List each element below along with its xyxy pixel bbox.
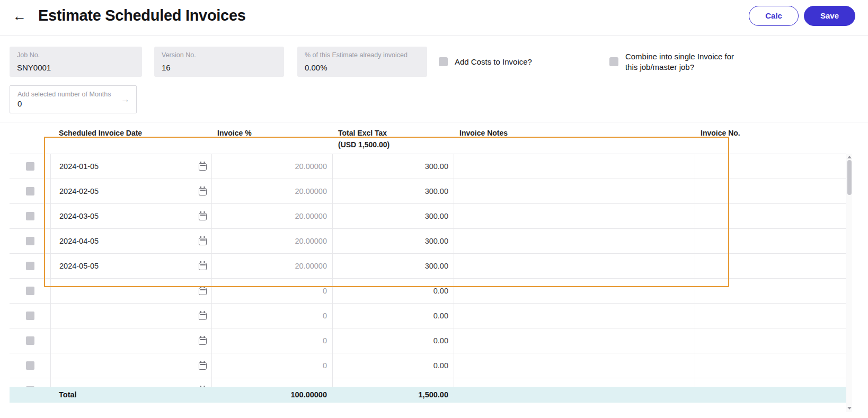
calendar-icon[interactable] bbox=[199, 238, 207, 245]
scheduled-date-cell[interactable] bbox=[50, 304, 211, 328]
invoice-notes-cell[interactable] bbox=[454, 353, 695, 378]
row-select-cell bbox=[10, 378, 50, 387]
invoice-notes-cell[interactable] bbox=[454, 204, 695, 228]
total-excl-tax-cell[interactable]: 300.00 bbox=[332, 204, 454, 228]
scheduled-date-cell[interactable]: 2024-05-05 bbox=[50, 254, 211, 278]
total-excl-tax-cell[interactable]: 0.00 bbox=[332, 378, 454, 387]
invoice-notes-cell[interactable] bbox=[454, 378, 695, 387]
invoice-notes-cell[interactable] bbox=[454, 279, 695, 303]
save-button[interactable]: Save bbox=[804, 6, 855, 26]
invoice-no-cell[interactable] bbox=[695, 204, 846, 228]
scrollbar-thumb[interactable] bbox=[847, 160, 852, 195]
table-row: 0 0.00 bbox=[10, 304, 846, 328]
invoice-pct-cell[interactable]: 0 bbox=[211, 328, 332, 353]
calendar-icon[interactable] bbox=[199, 313, 207, 320]
version-no-value: 16 bbox=[162, 63, 277, 72]
calendar-icon[interactable] bbox=[199, 163, 207, 171]
invoice-pct-cell[interactable]: 0 bbox=[211, 304, 332, 328]
invoice-no-cell[interactable] bbox=[695, 229, 846, 253]
add-months-row: Add selected number of Months 0 → bbox=[10, 85, 858, 113]
calendar-icon[interactable] bbox=[199, 362, 207, 370]
total-excl-tax-cell[interactable]: 0.00 bbox=[332, 353, 454, 378]
invoice-no-cell[interactable] bbox=[695, 328, 846, 353]
invoice-no-cell[interactable] bbox=[695, 304, 846, 328]
row-checkbox[interactable] bbox=[26, 212, 34, 220]
calendar-icon[interactable] bbox=[199, 337, 207, 345]
row-checkbox[interactable] bbox=[26, 187, 34, 195]
scheduled-date-value: 2024-02-05 bbox=[59, 187, 99, 195]
scheduled-date-cell[interactable] bbox=[50, 378, 211, 387]
calendar-icon[interactable] bbox=[199, 213, 207, 220]
table-row: 2024-05-05 20.00000 300.00 bbox=[10, 254, 846, 279]
scheduled-date-cell[interactable] bbox=[50, 353, 211, 378]
total-excl-tax-cell[interactable]: 0.00 bbox=[332, 304, 454, 328]
row-checkbox[interactable] bbox=[26, 312, 34, 320]
already-invoiced-field: % of this Estimate already invoiced 0.00… bbox=[297, 47, 427, 77]
filters-row: Job No. SNY0001 Version No. 16 % of this… bbox=[10, 47, 858, 77]
scheduled-date-cell[interactable] bbox=[50, 279, 211, 303]
invoice-no-cell[interactable] bbox=[695, 254, 846, 278]
scheduled-date-cell[interactable]: 2024-03-05 bbox=[50, 204, 211, 228]
total-excl-tax-cell[interactable]: 300.00 bbox=[332, 179, 454, 203]
calc-button[interactable]: Calc bbox=[749, 6, 799, 26]
invoice-notes-cell[interactable] bbox=[454, 229, 695, 253]
combine-invoice-checkbox[interactable] bbox=[609, 57, 618, 66]
scheduled-date-cell[interactable] bbox=[50, 328, 211, 353]
scheduled-date-cell[interactable]: 2024-04-05 bbox=[50, 229, 211, 253]
invoice-no-cell[interactable] bbox=[695, 179, 846, 203]
invoice-notes-cell[interactable] bbox=[454, 304, 695, 328]
col-header-invoice-no: Invoice No. bbox=[695, 129, 846, 138]
arrow-right-icon[interactable]: → bbox=[121, 94, 130, 105]
invoice-no-cell[interactable] bbox=[695, 378, 846, 387]
calendar-icon[interactable] bbox=[199, 288, 207, 295]
scheduled-date-cell[interactable]: 2024-02-05 bbox=[50, 179, 211, 203]
vertical-scrollbar[interactable] bbox=[846, 154, 852, 412]
total-excl-tax-cell[interactable]: 300.00 bbox=[332, 154, 454, 179]
combine-invoice-group: Combine into single Invoice for this job… bbox=[609, 51, 737, 72]
invoice-pct-cell[interactable]: 0 bbox=[211, 279, 332, 303]
invoice-no-cell[interactable] bbox=[695, 279, 846, 303]
add-months-value[interactable]: 0 bbox=[17, 99, 129, 108]
invoice-no-cell[interactable] bbox=[695, 154, 846, 179]
back-arrow-icon[interactable]: ← bbox=[13, 9, 26, 23]
col-header-total-currency: (USD 1,500.00) bbox=[338, 140, 454, 149]
invoice-pct-cell[interactable]: 0 bbox=[211, 378, 332, 387]
total-excl-tax-cell[interactable]: 300.00 bbox=[332, 254, 454, 278]
invoice-no-cell[interactable] bbox=[695, 353, 846, 378]
combine-invoice-label: Combine into single Invoice for this job… bbox=[625, 51, 737, 72]
row-checkbox[interactable] bbox=[26, 287, 34, 295]
header-actions: Calc Save bbox=[749, 6, 855, 26]
total-excl-tax-cell[interactable]: 0.00 bbox=[332, 328, 454, 353]
calendar-icon[interactable] bbox=[199, 188, 207, 195]
invoice-notes-cell[interactable] bbox=[454, 254, 695, 278]
row-checkbox[interactable] bbox=[26, 361, 34, 370]
invoice-notes-cell[interactable] bbox=[454, 154, 695, 179]
version-no-field: Version No. 16 bbox=[154, 47, 284, 77]
job-no-field: Job No. SNY0001 bbox=[10, 47, 142, 77]
total-excl-tax-cell[interactable]: 0.00 bbox=[332, 279, 454, 303]
row-checkbox[interactable] bbox=[26, 237, 34, 245]
total-invoiceno-spacer bbox=[695, 387, 846, 403]
invoice-pct-cell[interactable]: 0 bbox=[211, 353, 332, 378]
scheduled-date-value: 2024-05-05 bbox=[59, 262, 99, 270]
invoice-pct-cell[interactable]: 20.00000 bbox=[211, 229, 332, 253]
invoice-notes-cell[interactable] bbox=[454, 179, 695, 203]
invoice-notes-cell[interactable] bbox=[454, 328, 695, 353]
invoice-pct-cell[interactable]: 20.00000 bbox=[211, 204, 332, 228]
row-checkbox[interactable] bbox=[26, 262, 34, 270]
row-checkbox[interactable] bbox=[26, 162, 34, 171]
invoice-pct-cell[interactable]: 20.00000 bbox=[211, 254, 332, 278]
add-costs-checkbox[interactable] bbox=[439, 57, 448, 66]
row-checkbox[interactable] bbox=[26, 336, 34, 345]
scroll-down-icon[interactable] bbox=[847, 407, 852, 410]
scheduled-date-cell[interactable]: 2024-01-05 bbox=[50, 154, 211, 179]
invoice-pct-cell[interactable]: 20.00000 bbox=[211, 154, 332, 179]
calendar-icon[interactable] bbox=[199, 263, 207, 270]
row-select-cell bbox=[10, 353, 50, 378]
table-row: 0 0.00 bbox=[10, 378, 846, 387]
scheduled-date-value: 2024-04-05 bbox=[59, 237, 99, 245]
add-months-field[interactable]: Add selected number of Months 0 → bbox=[10, 85, 137, 113]
invoice-pct-cell[interactable]: 20.00000 bbox=[211, 179, 332, 203]
total-excl-tax-cell[interactable]: 300.00 bbox=[332, 229, 454, 253]
scroll-up-icon[interactable] bbox=[847, 156, 852, 158]
